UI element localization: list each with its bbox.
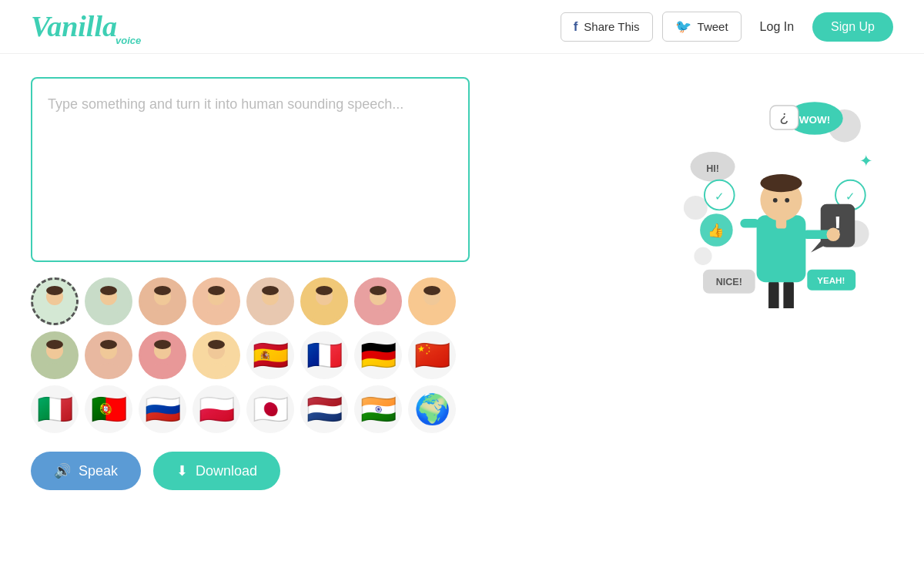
avatar-item-b6[interactable]: 🇫🇷 bbox=[300, 331, 348, 379]
svg-point-48 bbox=[208, 340, 225, 349]
avatar-item-b2[interactable] bbox=[85, 331, 132, 379]
avatar-item-a4[interactable] bbox=[192, 277, 240, 325]
svg-text:✓: ✓ bbox=[845, 190, 855, 203]
share-label: Share This bbox=[584, 20, 639, 33]
left-panel: 🇪🇸🇫🇷🇩🇪🇨🇳🇮🇹🇵🇹🇷🇺🇵🇱🇯🇵🇳🇱🇮🇳🌍 🔊 Speak ⬇ Downlo… bbox=[31, 77, 631, 563]
logo: Vanilla voice bbox=[31, 4, 154, 50]
svg-point-44 bbox=[154, 340, 171, 349]
login-button[interactable]: Log In bbox=[751, 14, 803, 40]
svg-point-12 bbox=[154, 286, 171, 295]
avatar-item-c2[interactable]: 🇵🇹 bbox=[85, 385, 132, 433]
logo-svg: Vanilla voice bbox=[31, 4, 154, 46]
avatar-item-c3[interactable]: 🇷🇺 bbox=[139, 385, 186, 433]
header: Vanilla voice f Share This 🐦 Tweet Log I… bbox=[0, 0, 924, 54]
svg-text:YEAH!: YEAH! bbox=[817, 275, 845, 285]
svg-point-4 bbox=[46, 286, 63, 295]
twitter-icon: 🐦 bbox=[675, 18, 691, 35]
avatar-item-a1[interactable] bbox=[31, 277, 79, 325]
avatar-item-b1[interactable] bbox=[31, 331, 79, 379]
download-icon: ⬇ bbox=[176, 462, 188, 479]
avatar-item-a7[interactable] bbox=[354, 277, 402, 325]
main-content: 🇪🇸🇫🇷🇩🇪🇨🇳🇮🇹🇵🇹🇷🇺🇵🇱🇯🇵🇳🇱🇮🇳🌍 🔊 Speak ⬇ Downlo… bbox=[0, 54, 924, 578]
svg-point-32 bbox=[424, 286, 440, 295]
svg-point-58 bbox=[694, 247, 711, 265]
svg-rect-81 bbox=[783, 278, 794, 308]
avatar-item-a3[interactable] bbox=[139, 277, 186, 325]
avatar-grid: 🇪🇸🇫🇷🇩🇪🇨🇳🇮🇹🇵🇹🇷🇺🇵🇱🇯🇵🇳🇱🇮🇳🌍 bbox=[31, 277, 470, 436]
tweet-button[interactable]: 🐦 Tweet bbox=[662, 12, 742, 42]
download-label: Download bbox=[196, 463, 257, 479]
svg-text:WOW!: WOW! bbox=[799, 114, 831, 126]
svg-point-87 bbox=[826, 228, 839, 241]
svg-point-40 bbox=[100, 340, 117, 349]
download-button[interactable]: ⬇ Download bbox=[153, 452, 280, 490]
svg-point-16 bbox=[208, 286, 225, 295]
svg-rect-80 bbox=[768, 278, 779, 308]
avatar-item-c8[interactable]: 🌍 bbox=[408, 385, 456, 433]
svg-point-91 bbox=[785, 198, 789, 203]
action-buttons: 🔊 Speak ⬇ Download bbox=[31, 452, 631, 490]
tweet-label: Tweet bbox=[698, 20, 728, 33]
avatar-item-a8[interactable] bbox=[408, 277, 456, 325]
right-panel: WOW! ¿ HI! 👍 ✓ ✓ ! ✦ bbox=[647, 77, 893, 563]
svg-point-90 bbox=[773, 198, 778, 203]
svg-point-24 bbox=[316, 286, 333, 295]
share-this-button[interactable]: f Share This bbox=[561, 12, 653, 42]
svg-point-20 bbox=[262, 286, 279, 295]
svg-text:HI!: HI! bbox=[706, 163, 719, 174]
avatar-item-c7[interactable]: 🇮🇳 bbox=[354, 385, 402, 433]
speak-button[interactable]: 🔊 Speak bbox=[31, 452, 141, 490]
avatar-item-c1[interactable]: 🇮🇹 bbox=[31, 385, 79, 433]
speak-label: Speak bbox=[79, 463, 118, 479]
svg-text:Vanilla: Vanilla bbox=[31, 10, 117, 42]
facebook-icon: f bbox=[574, 19, 578, 35]
avatar-item-b8[interactable]: 🇨🇳 bbox=[408, 331, 456, 379]
svg-point-89 bbox=[760, 174, 802, 192]
speak-icon: 🔊 bbox=[54, 462, 71, 479]
svg-text:✓: ✓ bbox=[715, 190, 725, 203]
avatar-item-b3[interactable] bbox=[139, 331, 186, 379]
avatar-item-c6[interactable]: 🇳🇱 bbox=[300, 385, 348, 433]
svg-text:¿: ¿ bbox=[779, 109, 788, 125]
header-actions: f Share This 🐦 Tweet Log In Sign Up bbox=[561, 12, 893, 42]
text-input[interactable] bbox=[31, 77, 470, 262]
signup-button[interactable]: Sign Up bbox=[812, 12, 893, 42]
illustration: WOW! ¿ HI! 👍 ✓ ✓ ! ✦ bbox=[658, 85, 882, 308]
svg-text:👍: 👍 bbox=[708, 222, 725, 239]
svg-point-36 bbox=[46, 340, 63, 349]
avatar-item-b5[interactable]: 🇪🇸 bbox=[246, 331, 294, 379]
svg-rect-85 bbox=[740, 219, 759, 228]
avatar-item-a5[interactable] bbox=[246, 277, 294, 325]
logo-text: Vanilla voice bbox=[31, 24, 154, 52]
avatar-item-c4[interactable]: 🇵🇱 bbox=[192, 385, 240, 433]
avatar-item-b7[interactable]: 🇩🇪 bbox=[354, 331, 402, 379]
avatar-item-c5[interactable]: 🇯🇵 bbox=[246, 385, 294, 433]
avatar-item-b4[interactable] bbox=[192, 331, 240, 379]
svg-point-28 bbox=[370, 286, 387, 295]
svg-point-8 bbox=[100, 286, 117, 295]
svg-rect-93 bbox=[776, 217, 787, 229]
svg-text:NICE!: NICE! bbox=[716, 277, 742, 287]
avatar-item-a6[interactable] bbox=[300, 277, 348, 325]
svg-text:✦: ✦ bbox=[859, 152, 873, 170]
svg-text:voice: voice bbox=[116, 35, 141, 46]
svg-point-57 bbox=[684, 196, 708, 220]
avatar-item-a2[interactable] bbox=[85, 277, 132, 325]
